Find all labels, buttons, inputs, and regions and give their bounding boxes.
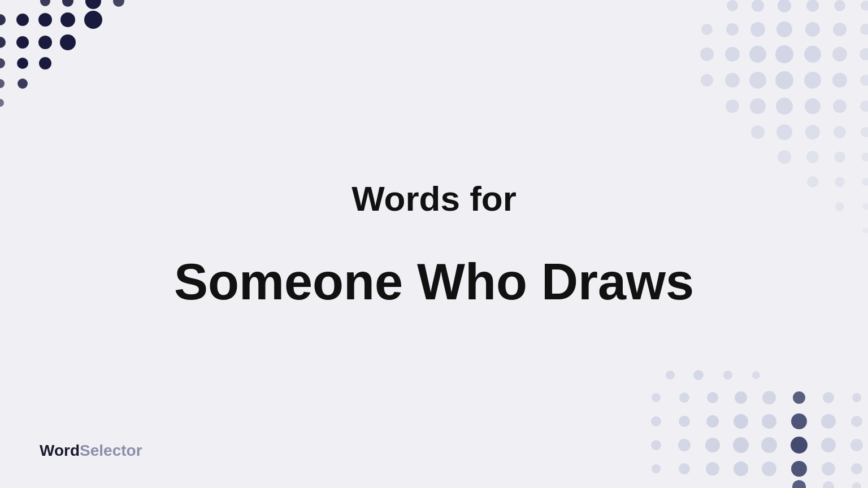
svg-point-75 <box>762 391 776 404</box>
logo-selector: Selector <box>80 442 142 459</box>
svg-point-15 <box>39 57 51 69</box>
svg-point-49 <box>805 98 821 114</box>
svg-point-38 <box>860 48 868 60</box>
svg-point-37 <box>832 47 847 62</box>
svg-point-63 <box>862 178 868 186</box>
svg-point-83 <box>762 414 776 429</box>
svg-point-89 <box>705 438 720 452</box>
svg-point-100 <box>791 461 807 477</box>
svg-point-87 <box>651 440 661 450</box>
svg-point-78 <box>852 393 861 402</box>
svg-point-80 <box>679 416 690 427</box>
svg-point-96 <box>679 463 690 474</box>
svg-point-54 <box>805 125 820 140</box>
svg-point-33 <box>725 47 740 62</box>
svg-point-85 <box>821 414 836 429</box>
dots-bottom-right <box>653 364 868 488</box>
svg-point-32 <box>700 47 714 61</box>
svg-point-44 <box>832 73 847 88</box>
svg-point-53 <box>776 124 792 140</box>
svg-point-56 <box>861 127 868 137</box>
svg-point-31 <box>860 24 868 35</box>
logo: WordSelector <box>40 442 142 460</box>
svg-point-40 <box>725 73 740 88</box>
svg-point-69 <box>723 371 732 380</box>
svg-point-99 <box>762 461 776 476</box>
svg-point-91 <box>761 437 777 453</box>
dots-top-right <box>676 0 868 271</box>
svg-point-47 <box>750 98 766 114</box>
svg-point-51 <box>860 101 868 112</box>
svg-point-13 <box>0 58 5 68</box>
svg-point-74 <box>735 391 747 404</box>
svg-point-19 <box>727 0 738 11</box>
svg-point-12 <box>60 34 76 50</box>
svg-point-0 <box>40 0 50 6</box>
svg-point-6 <box>38 13 52 27</box>
svg-point-48 <box>776 98 793 115</box>
svg-point-34 <box>749 46 766 63</box>
svg-point-84 <box>791 413 807 429</box>
svg-point-27 <box>750 22 765 37</box>
svg-point-94 <box>850 439 863 451</box>
svg-point-16 <box>0 79 5 88</box>
svg-point-92 <box>791 437 808 454</box>
center-content: Words for Someone Who Draws <box>174 178 694 310</box>
svg-point-46 <box>726 99 739 113</box>
main-title-text: Someone Who Draws <box>174 254 694 310</box>
svg-point-43 <box>804 72 821 89</box>
svg-point-22 <box>806 0 819 12</box>
svg-point-67 <box>666 371 675 380</box>
svg-point-3 <box>113 0 124 7</box>
svg-point-95 <box>652 464 661 473</box>
svg-point-77 <box>823 392 834 403</box>
svg-point-11 <box>38 36 52 49</box>
svg-point-79 <box>651 416 661 426</box>
svg-point-9 <box>0 37 6 48</box>
svg-point-72 <box>679 393 689 403</box>
svg-point-55 <box>834 126 846 138</box>
svg-point-93 <box>821 438 836 452</box>
svg-point-23 <box>834 0 845 11</box>
svg-point-26 <box>726 23 739 36</box>
svg-point-4 <box>0 14 6 25</box>
svg-point-65 <box>862 203 868 210</box>
svg-point-86 <box>851 416 862 427</box>
svg-point-60 <box>861 152 868 162</box>
svg-point-59 <box>834 151 845 163</box>
svg-point-35 <box>775 45 793 63</box>
svg-point-30 <box>833 23 847 36</box>
svg-point-24 <box>861 1 868 11</box>
svg-point-20 <box>752 0 764 12</box>
svg-point-10 <box>16 36 29 49</box>
svg-point-71 <box>652 393 661 402</box>
svg-point-2 <box>85 0 101 9</box>
svg-point-39 <box>701 74 713 86</box>
svg-point-8 <box>84 11 102 29</box>
svg-point-45 <box>860 75 868 86</box>
svg-point-70 <box>752 371 760 379</box>
svg-point-50 <box>833 99 847 113</box>
svg-point-61 <box>807 176 818 188</box>
svg-point-73 <box>707 392 718 403</box>
page-container: Words for Someone Who Draws <box>0 0 868 488</box>
svg-point-97 <box>706 462 719 476</box>
dots-top-left <box>0 0 130 113</box>
svg-point-5 <box>16 14 29 26</box>
svg-point-64 <box>835 202 844 211</box>
svg-point-29 <box>805 22 820 37</box>
svg-point-105 <box>852 482 861 488</box>
svg-point-7 <box>60 12 75 27</box>
svg-point-21 <box>778 0 791 12</box>
svg-point-90 <box>733 437 749 453</box>
svg-point-25 <box>701 24 713 35</box>
svg-point-28 <box>776 21 792 37</box>
svg-point-98 <box>734 461 748 476</box>
svg-point-17 <box>18 79 28 89</box>
svg-point-62 <box>835 177 845 187</box>
svg-point-18 <box>0 99 4 107</box>
svg-point-52 <box>751 125 765 139</box>
subtitle-text: Words for <box>174 178 694 220</box>
svg-point-66 <box>863 228 868 233</box>
svg-point-101 <box>822 462 835 476</box>
